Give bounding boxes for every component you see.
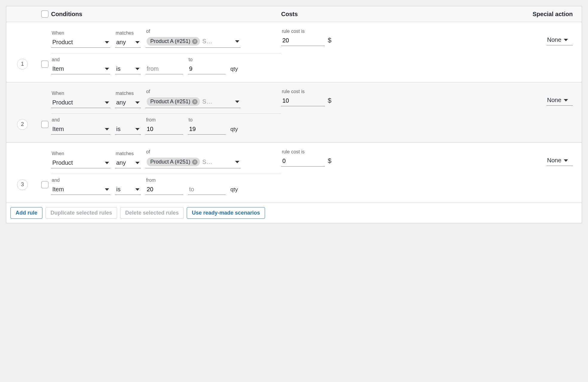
of-select[interactable]: Product A (#251) ✕ S… <box>146 156 241 168</box>
from-field[interactable] <box>147 126 182 133</box>
from-input[interactable] <box>146 184 183 195</box>
chip-label: Product A (#251) <box>150 38 190 44</box>
matches-select[interactable]: any <box>115 97 141 108</box>
label-of: of <box>146 149 241 155</box>
table-header: Conditions Costs Special action <box>6 6 582 22</box>
from-input[interactable] <box>146 64 183 74</box>
special-action-select[interactable]: None <box>546 95 573 106</box>
when-select[interactable]: Product <box>51 158 110 168</box>
chevron-down-icon <box>564 159 568 162</box>
close-icon[interactable]: ✕ <box>192 39 197 44</box>
label-and: and <box>51 117 110 123</box>
qty-unit: qty <box>230 126 238 135</box>
footer-toolbar: Add rule Duplicate selected rules Delete… <box>6 203 582 223</box>
select-all-checkbox[interactable] <box>41 10 48 18</box>
currency-symbol: $ <box>328 97 331 106</box>
cost-input[interactable] <box>281 156 325 167</box>
label-of: of <box>146 29 241 34</box>
divider <box>51 113 281 114</box>
chevron-down-icon <box>105 128 109 130</box>
delete-button[interactable]: Delete selected rules <box>120 207 184 219</box>
chevron-down-icon <box>564 99 568 101</box>
is-value: is <box>116 126 120 133</box>
matches-value: any <box>116 99 126 106</box>
close-icon[interactable]: ✕ <box>192 99 197 104</box>
rule-row: 3 When Product matches any <box>6 143 582 203</box>
special-action-select[interactable]: None <box>546 155 573 166</box>
cost-input[interactable] <box>281 35 325 46</box>
label-to: to <box>188 57 226 62</box>
label-cost: rule cost is <box>281 29 331 34</box>
close-icon[interactable]: ✕ <box>192 159 197 165</box>
when-value: Product <box>52 159 73 166</box>
chevron-down-icon <box>135 188 140 191</box>
currency-symbol: $ <box>328 36 331 46</box>
col-costs: Costs <box>281 11 533 18</box>
to-input[interactable] <box>188 64 226 74</box>
when-value: Product <box>52 99 73 106</box>
is-select[interactable]: is <box>115 64 141 74</box>
label-to: to <box>188 117 226 123</box>
from-field[interactable] <box>147 186 182 193</box>
currency-symbol: $ <box>328 157 331 167</box>
matches-value: any <box>116 159 126 166</box>
rule-number: 2 <box>17 119 28 130</box>
chip-label: Product A (#251) <box>150 159 190 165</box>
from-input[interactable] <box>146 124 183 135</box>
chevron-down-icon <box>564 39 568 41</box>
chevron-down-icon <box>105 68 109 70</box>
label-matches: matches <box>115 151 141 156</box>
rule-row: 1 When Product matches any <box>6 22 582 82</box>
action-value: None <box>547 157 561 164</box>
to-field[interactable] <box>189 186 224 193</box>
label-and: and <box>51 57 110 62</box>
cost-input[interactable] <box>281 96 325 106</box>
from-field[interactable] <box>147 65 182 72</box>
label-empty <box>115 117 141 123</box>
to-input[interactable] <box>188 184 226 195</box>
and-value: Item <box>52 126 64 133</box>
matches-select[interactable]: any <box>115 37 141 48</box>
matches-value: any <box>116 39 126 46</box>
duplicate-button[interactable]: Duplicate selected rules <box>45 207 117 219</box>
cost-field[interactable] <box>282 97 324 104</box>
cost-field[interactable] <box>282 37 324 44</box>
to-input[interactable] <box>188 124 226 135</box>
rule-checkbox[interactable] <box>41 61 48 68</box>
label-empty <box>115 178 141 183</box>
add-rule-button[interactable]: Add rule <box>10 207 42 219</box>
product-chip: Product A (#251) ✕ <box>147 97 200 106</box>
action-value: None <box>547 36 561 43</box>
when-select[interactable]: Product <box>51 37 110 48</box>
special-action-select[interactable]: None <box>546 35 573 45</box>
label-and: and <box>51 178 110 183</box>
rule-row: 2 When Product matches any <box>6 82 582 143</box>
and-select[interactable]: Item <box>51 184 110 195</box>
to-field[interactable] <box>189 126 224 133</box>
cost-field[interactable] <box>282 158 324 164</box>
is-select[interactable]: is <box>115 124 141 135</box>
label-when: When <box>51 151 110 156</box>
of-select[interactable]: Product A (#251) ✕ S… <box>146 35 241 48</box>
scenarios-button[interactable]: Use ready-made scenarios <box>187 207 265 219</box>
is-select[interactable]: is <box>115 184 141 195</box>
matches-select[interactable]: any <box>115 158 141 168</box>
when-select[interactable]: Product <box>51 97 110 108</box>
chevron-down-icon <box>135 68 140 70</box>
label-of: of <box>146 89 241 94</box>
and-value: Item <box>52 65 64 72</box>
label-empty <box>188 178 226 183</box>
rule-checkbox[interactable] <box>41 181 48 188</box>
to-field[interactable] <box>189 65 224 72</box>
label-cost: rule cost is <box>281 89 331 94</box>
rule-checkbox[interactable] <box>41 121 48 128</box>
label-empty <box>146 57 183 62</box>
search-placeholder: S… <box>202 158 233 165</box>
and-select[interactable]: Item <box>51 124 110 135</box>
rule-number: 1 <box>17 59 28 70</box>
chevron-down-icon <box>135 162 140 164</box>
when-value: Product <box>52 39 73 46</box>
of-select[interactable]: Product A (#251) ✕ S… <box>146 96 241 108</box>
label-from: from <box>146 117 183 123</box>
and-select[interactable]: Item <box>51 64 110 74</box>
